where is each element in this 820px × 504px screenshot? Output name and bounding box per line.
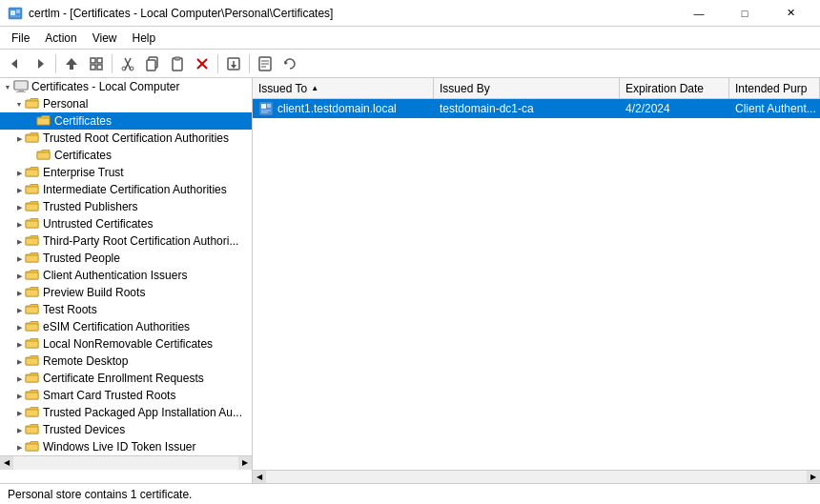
back-button[interactable] xyxy=(4,52,27,75)
col-expiration[interactable]: Expiration Date xyxy=(620,78,729,98)
svg-rect-52 xyxy=(26,393,38,399)
expand-arrow-cer xyxy=(13,374,25,383)
col-issued-to[interactable]: Issued To ▲ xyxy=(253,78,434,98)
right-scroll-right[interactable]: ▶ xyxy=(807,471,820,484)
column-headers: Issued To ▲ Issued By Expiration Date In… xyxy=(253,78,820,99)
tree-untrusted[interactable]: Untrusted Certificates xyxy=(0,215,252,232)
cut-button[interactable] xyxy=(116,52,139,75)
toolbar-separator-2 xyxy=(112,54,113,73)
menu-file[interactable]: File xyxy=(4,30,37,47)
svg-rect-57 xyxy=(261,104,266,109)
tree-scroll-left[interactable]: ◀ xyxy=(0,456,13,470)
expand-arrow-rd xyxy=(13,357,25,366)
export-button[interactable] xyxy=(222,52,245,75)
folder-ica-icon xyxy=(25,183,40,196)
tree-tpa-label: Trusted Packaged App Installation Au... xyxy=(43,406,252,419)
folder-sctr-icon xyxy=(25,389,40,402)
tree-enterprise-trust[interactable]: Enterprise Trust xyxy=(0,164,252,181)
tree-trusted-root-label: Trusted Root Certification Authorities xyxy=(43,131,252,145)
folder-wl-icon xyxy=(25,440,40,454)
tree-root[interactable]: Certificates - Local Computer xyxy=(0,78,252,95)
purpose-value: Client Authent... xyxy=(735,102,816,115)
svg-rect-39 xyxy=(26,170,38,176)
copy-button[interactable] xyxy=(141,52,164,75)
svg-rect-10 xyxy=(97,58,102,63)
folder-tp-icon xyxy=(25,200,40,213)
tree-personal[interactable]: Personal xyxy=(0,95,252,112)
tree-scroll-right[interactable]: ▶ xyxy=(238,456,252,470)
tree-esim[interactable]: eSIM Certification Authorities xyxy=(0,318,252,335)
folder-cai-icon xyxy=(25,269,40,282)
tree-third-party[interactable]: Third-Party Root Certification Authori..… xyxy=(0,232,252,250)
tree-client-auth[interactable]: Client Authentication Issuers xyxy=(0,267,252,284)
svg-rect-53 xyxy=(26,410,38,416)
svg-rect-12 xyxy=(97,65,102,70)
expand-arrow-esim xyxy=(13,323,25,332)
expand-arrow-tpr xyxy=(13,237,25,246)
window-title: certlm - [Certificates - Local Computer\… xyxy=(29,7,333,20)
menu-action[interactable]: Action xyxy=(37,30,84,47)
up-button[interactable] xyxy=(60,52,83,75)
tree-trusted-packaged[interactable]: Trusted Packaged App Installation Au... xyxy=(0,404,252,421)
tree-tp-label: Trusted Publishers xyxy=(43,200,252,213)
svg-rect-45 xyxy=(26,272,38,279)
delete-button[interactable] xyxy=(191,52,214,75)
menu-view[interactable]: View xyxy=(85,30,125,47)
issued-by-value: testdomain-dc1-ca xyxy=(440,102,534,115)
tree-intermediate-ca[interactable]: Intermediate Certification Authorities xyxy=(0,181,252,198)
toolbar-separator-3 xyxy=(217,54,218,73)
app-icon xyxy=(8,6,23,21)
properties-button[interactable] xyxy=(254,52,277,75)
right-hscroll: ◀ ▶ xyxy=(253,470,820,483)
svg-rect-11 xyxy=(91,65,95,70)
tree-root-label: Certificates - Local Computer xyxy=(31,80,252,93)
tree-personal-label: Personal xyxy=(43,97,252,111)
right-panel: Issued To ▲ Issued By Expiration Date In… xyxy=(253,78,820,483)
folder-tpa-icon xyxy=(25,406,40,419)
tree-smart-card[interactable]: Smart Card Trusted Roots xyxy=(0,387,252,404)
folder-lnr-icon xyxy=(25,337,40,351)
svg-marker-5 xyxy=(11,59,17,69)
expand-arrow-tpe xyxy=(13,254,25,263)
svg-rect-48 xyxy=(26,324,38,331)
refresh-button[interactable] xyxy=(278,52,301,75)
tree-cer-label: Certificate Enrollment Requests xyxy=(43,372,252,385)
right-scroll-left[interactable]: ◀ xyxy=(253,471,266,484)
folder-personal-icon xyxy=(25,97,40,111)
tree-scroll-track xyxy=(13,456,238,470)
folder-esim-icon xyxy=(25,320,40,333)
toolbar-separator-4 xyxy=(249,54,250,73)
col-purpose[interactable]: Intended Purp xyxy=(729,78,820,98)
tree-windows-live[interactable]: Windows Live ID Token Issuer xyxy=(0,438,252,455)
table-row[interactable]: client1.testdomain.local testdomain-dc1-… xyxy=(253,99,820,118)
paste-button[interactable] xyxy=(166,52,189,75)
col-issued-by[interactable]: Issued By xyxy=(434,78,620,98)
folder-tr2-icon xyxy=(25,303,40,316)
tree-trusted-root[interactable]: Trusted Root Certification Authorities xyxy=(0,130,252,147)
forward-button[interactable] xyxy=(29,52,51,75)
status-bar: Personal store contains 1 certificate. xyxy=(0,483,820,504)
tree-test-roots[interactable]: Test Roots xyxy=(0,301,252,318)
maximize-button[interactable]: □ xyxy=(723,4,767,23)
tree-trusted-root-certs[interactable]: Certificates xyxy=(0,147,252,164)
svg-rect-35 xyxy=(26,101,38,108)
close-button[interactable]: ✕ xyxy=(769,4,812,23)
tree-trusted-publishers[interactable]: Trusted Publishers xyxy=(0,198,252,215)
minimize-button[interactable]: — xyxy=(677,4,721,23)
svg-rect-37 xyxy=(26,135,38,142)
tree-cert-enrollment[interactable]: Certificate Enrollment Requests xyxy=(0,370,252,387)
svg-rect-55 xyxy=(26,444,38,451)
tree-pbr-label: Preview Build Roots xyxy=(43,286,252,299)
svg-rect-56 xyxy=(259,102,273,115)
tree-preview-roots[interactable]: Preview Build Roots xyxy=(0,284,252,301)
svg-rect-8 xyxy=(70,65,73,70)
tree-trusted-devices[interactable]: Trusted Devices xyxy=(0,421,252,438)
tree-personal-certs[interactable]: Certificates xyxy=(0,112,252,130)
tree-local-nonremovable[interactable]: Local NonRemovable Certificates xyxy=(0,335,252,353)
show-hide-button[interactable] xyxy=(85,52,108,75)
tree-remote-desktop[interactable]: Remote Desktop xyxy=(0,353,252,370)
tree-trusted-people[interactable]: Trusted People xyxy=(0,250,252,267)
main-content: Certificates - Local Computer Personal xyxy=(0,78,820,483)
menu-help[interactable]: Help xyxy=(125,30,164,47)
tree-cai-label: Client Authentication Issuers xyxy=(43,269,252,282)
